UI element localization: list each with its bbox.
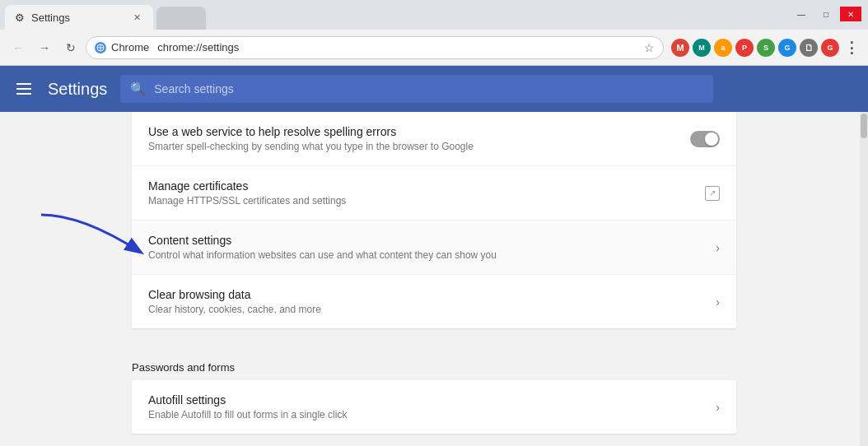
content-settings-text: Content settings Control what informatio…: [148, 234, 699, 261]
title-bar: ⚙ Settings ✕ — □ ✕: [0, 0, 868, 30]
ext-icon1[interactable]: P: [735, 38, 754, 58]
content-settings-title: Content settings: [148, 234, 699, 247]
spellcheck-desc: Smarter spell-checking by sending what y…: [148, 141, 674, 152]
settings-card-passwords: Autofill settings Enable Autofill to fil…: [132, 380, 736, 434]
icon3-logo: G: [778, 39, 796, 57]
settings-body: Use a web service to help resolve spelli…: [0, 112, 868, 446]
clear-data-text: Clear browsing data Clear history, cooki…: [148, 288, 699, 315]
clear-data-title: Clear browsing data: [148, 288, 699, 301]
ext-icon5[interactable]: G: [820, 38, 840, 58]
ext-icon3[interactable]: G: [777, 38, 797, 58]
site-label: Chrome: [111, 41, 149, 53]
tab-close-button[interactable]: ✕: [130, 11, 143, 24]
maximize-button[interactable]: □: [815, 7, 837, 21]
clear-data-chevron[interactable]: ›: [716, 295, 720, 309]
tab-label: Settings: [31, 12, 70, 24]
reload-button[interactable]: ↻: [59, 36, 82, 59]
menu-dots-button[interactable]: ⋮: [842, 38, 861, 58]
close-button[interactable]: ✕: [840, 7, 861, 21]
hamburger-line1: [16, 83, 31, 85]
site-favicon: [95, 42, 106, 53]
ext-icon4[interactable]: 🗋: [799, 38, 819, 58]
clear-data-desc: Clear history, cookies, cache, and more: [148, 304, 699, 315]
back-button[interactable]: ←: [7, 36, 30, 59]
content-area-inner: Use a web service to help resolve spelli…: [0, 112, 868, 434]
icon2-logo: S: [757, 39, 775, 57]
amazon-logo: a: [714, 39, 732, 57]
meet-logo: M: [693, 39, 711, 57]
inactive-tab[interactable]: [156, 7, 206, 30]
search-box[interactable]: 🔍: [120, 75, 713, 103]
spellcheck-text: Use a web service to help resolve spelli…: [148, 125, 674, 152]
toggle-spellcheck[interactable]: [690, 131, 720, 147]
chevron-right-icon-autofill: ›: [716, 401, 720, 414]
window-frame: ⚙ Settings ✕ — □ ✕ ← → ↻ Chrome chrome:/…: [0, 0, 868, 446]
main-area: Settings 🔍: [0, 66, 868, 446]
section-header-passwords: Passwords and forms: [132, 345, 736, 380]
autofill-text: Autofill settings Enable Autofill to fil…: [148, 393, 699, 420]
settings-item-autofill[interactable]: Autofill settings Enable Autofill to fil…: [132, 380, 736, 434]
settings-item-certificates[interactable]: Manage certificates Manage HTTPS/SSL cer…: [132, 166, 736, 221]
spellcheck-toggle[interactable]: [690, 131, 720, 147]
content-settings-desc: Control what information websites can us…: [148, 249, 699, 261]
ext-icon2[interactable]: S: [756, 38, 776, 58]
url-text: chrome://settings: [157, 41, 639, 53]
icon4-logo: 🗋: [800, 39, 818, 57]
settings-item-content[interactable]: Content settings Control what informatio…: [132, 221, 736, 275]
hamburger-line3: [16, 93, 31, 95]
address-box[interactable]: Chrome chrome://settings ☆: [86, 36, 664, 59]
settings-item-spellcheck[interactable]: Use a web service to help resolve spelli…: [132, 112, 736, 166]
active-tab[interactable]: ⚙ Settings ✕: [5, 5, 153, 30]
content-wrapper: Settings 🔍: [0, 66, 868, 446]
settings-page-title: Settings: [48, 80, 107, 99]
external-link-icon: [705, 186, 720, 201]
scrollbar-track: [860, 112, 868, 446]
amazon-icon[interactable]: a: [713, 38, 733, 58]
search-input[interactable]: [154, 82, 703, 95]
scrollbar-thumb[interactable]: [861, 114, 867, 138]
spellcheck-title: Use a web service to help resolve spelli…: [148, 125, 674, 138]
icon1-logo: P: [735, 39, 754, 57]
address-bar-row: ← → ↻ Chrome chrome://settings ☆ M M a P…: [0, 30, 868, 66]
gmail-logo: M: [671, 39, 689, 57]
tab-gear-icon: ⚙: [15, 12, 25, 24]
toolbar-icons: M M a P S G 🗋 G ⋮: [670, 38, 861, 58]
toggle-knob-spellcheck: [705, 132, 718, 146]
bookmark-icon[interactable]: ☆: [644, 41, 655, 54]
icon5-logo: G: [821, 39, 839, 57]
window-controls: — □ ✕: [791, 7, 861, 21]
autofill-chevron[interactable]: ›: [716, 400, 720, 415]
settings-card-privacy: Use a web service to help resolve spelli…: [132, 112, 736, 328]
forward-button[interactable]: →: [33, 36, 56, 59]
certificates-desc: Manage HTTPS/SSL certificates and settin…: [148, 195, 688, 207]
search-icon: 🔍: [130, 81, 146, 96]
certificates-text: Manage certificates Manage HTTPS/SSL cer…: [148, 179, 688, 207]
autofill-title: Autofill settings: [148, 393, 699, 407]
certificates-title: Manage certificates: [148, 179, 688, 193]
settings-item-clear-data[interactable]: Clear browsing data Clear history, cooki…: [132, 275, 736, 328]
settings-header: Settings 🔍: [0, 66, 868, 112]
content-settings-chevron[interactable]: ›: [716, 240, 720, 255]
hamburger-menu[interactable]: [13, 80, 35, 98]
hamburger-line2: [16, 88, 31, 90]
chevron-right-icon: ›: [716, 241, 720, 254]
meet-icon[interactable]: M: [692, 38, 712, 58]
certificates-action[interactable]: [705, 186, 720, 201]
autofill-desc: Enable Autofill to fill out forms in a s…: [148, 409, 699, 420]
chevron-right-icon-clear: ›: [716, 295, 720, 309]
minimize-button[interactable]: —: [791, 7, 812, 21]
gmail-icon[interactable]: M: [670, 38, 690, 58]
